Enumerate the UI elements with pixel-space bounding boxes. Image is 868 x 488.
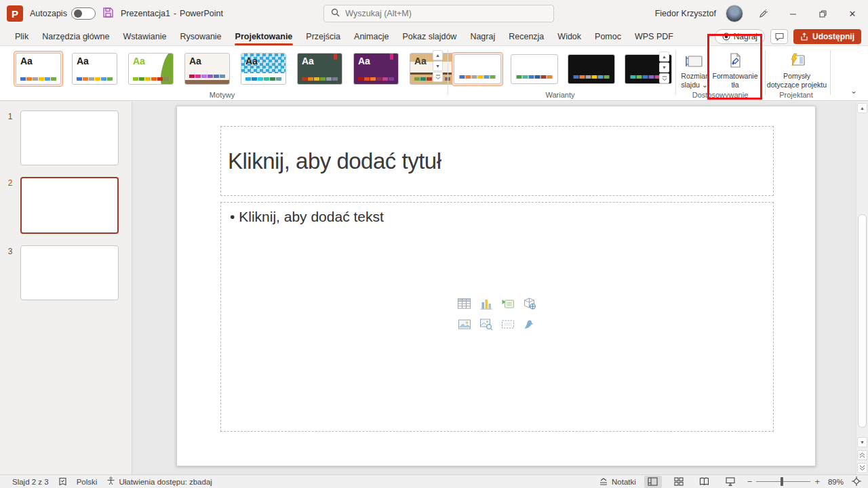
tab-plik[interactable]: Plik <box>8 27 35 45</box>
scrollbar-thumb[interactable] <box>858 214 867 428</box>
theme-thumbnail-1[interactable]: Aa <box>14 51 63 87</box>
slide-thumbnail-image[interactable] <box>20 177 119 234</box>
variants-scroll-down-icon[interactable]: ▼ <box>659 62 669 73</box>
search-input[interactable] <box>345 9 547 18</box>
accessibility-status[interactable]: Ułatwienia dostępu: zbadaj <box>106 476 212 487</box>
insert-chart-icon[interactable] <box>479 298 494 310</box>
themes-gallery-scroll: ▲ ▼ <box>433 50 443 82</box>
slide-number: 2 <box>0 177 20 234</box>
language-indicator[interactable]: Polski <box>77 478 98 486</box>
restore-button[interactable] <box>812 5 833 22</box>
slide-thumbnail-panel: 123 <box>0 102 132 474</box>
tab-recenzja[interactable]: Recenzja <box>502 27 551 45</box>
zoom-out-icon[interactable]: − <box>747 476 753 487</box>
spellcheck-icon[interactable] <box>58 477 67 486</box>
save-icon[interactable] <box>102 7 114 21</box>
slide-size-button[interactable]: Rozmiar slajdu ⌄ <box>678 49 711 89</box>
normal-view-button[interactable] <box>644 476 662 488</box>
tab-rysowanie[interactable]: Rysowanie <box>173 27 228 45</box>
vertical-scrollbar[interactable]: ▲ ▼ <box>856 102 868 474</box>
insert-3d-model-icon[interactable] <box>523 298 537 310</box>
avatar[interactable] <box>726 5 743 22</box>
tab-widok[interactable]: Widok <box>551 27 588 45</box>
slide-size-icon <box>685 49 704 70</box>
record-button[interactable]: Nagraj <box>715 29 765 44</box>
tab-projektowanie[interactable]: Projektowanie <box>229 27 300 45</box>
previous-slide-icon[interactable] <box>857 450 867 460</box>
fit-to-window-icon[interactable] <box>852 476 861 487</box>
search-box[interactable] <box>323 5 554 22</box>
accessibility-icon <box>106 476 115 487</box>
variants-scroll-up-icon[interactable]: ▲ <box>659 52 669 62</box>
zoom-slider-thumb[interactable] <box>781 477 783 486</box>
format-background-icon <box>726 49 744 70</box>
slide-sorter-view-button[interactable] <box>670 476 688 488</box>
scroll-up-icon[interactable]: ▲ <box>857 103 867 113</box>
slideshow-view-button[interactable] <box>722 476 739 488</box>
ribbon-tab-row: PlikNarzędzia główneWstawianieRysowanieP… <box>0 27 868 45</box>
close-button[interactable]: ✕ <box>842 5 863 22</box>
tab-wps-pdf[interactable]: WPS PDF <box>628 27 680 45</box>
collapse-ribbon-icon[interactable]: ⌄ <box>848 85 860 96</box>
minimize-button[interactable] <box>783 5 803 22</box>
insert-picture-icon[interactable] <box>458 318 472 331</box>
powerpoint-logo-icon[interactable]: P <box>7 5 23 22</box>
scroll-down-icon[interactable]: ▼ <box>857 437 867 447</box>
zoom-in-icon[interactable]: + <box>814 476 820 487</box>
title-placeholder[interactable]: Kliknij, aby dodać tytuł <box>220 126 774 196</box>
variant-thumbnail-1[interactable] <box>452 52 503 86</box>
themes-gallery: AaAaAaAaAaAaAaAa <box>14 51 457 87</box>
themes-scroll-up-icon[interactable]: ▲ <box>433 50 443 60</box>
document-title: Prezentacja1 - PowerPoint <box>121 9 223 18</box>
slide-thumbnail-image[interactable] <box>20 110 119 165</box>
variants-group-label: Warianty <box>452 91 669 99</box>
tab-pokaz-slajd-w[interactable]: Pokaz slajdów <box>395 27 463 45</box>
insert-table-icon[interactable] <box>458 298 472 310</box>
insert-icons-icon[interactable] <box>523 318 537 331</box>
themes-more-icon[interactable] <box>433 72 443 82</box>
variants-more-icon[interactable] <box>659 73 669 83</box>
slide-number: 1 <box>0 110 20 165</box>
slide-thumbnail-image[interactable] <box>20 245 119 300</box>
tab-nagraj[interactable]: Nagraj <box>463 27 502 45</box>
tab-animacje[interactable]: Animacje <box>347 27 395 45</box>
insert-online-picture-icon[interactable] <box>479 318 494 331</box>
theme-thumbnail-4[interactable]: Aa <box>182 51 232 87</box>
slide-workspace: Kliknij, aby dodać tytuł • Kliknij, aby … <box>133 102 856 474</box>
variant-thumbnail-3[interactable] <box>566 52 617 86</box>
slide-thumbnail-1[interactable]: 1 <box>0 110 132 165</box>
design-ideas-button[interactable]: Pomysły dotyczące projektu <box>766 49 827 89</box>
zoom-level[interactable]: 89% <box>828 478 844 486</box>
autosave-toggle[interactable] <box>71 7 96 20</box>
tab-pomoc[interactable]: Pomoc <box>588 27 628 45</box>
notes-toggle[interactable]: Notatki <box>599 478 636 486</box>
insert-video-icon[interactable] <box>501 318 515 331</box>
theme-thumbnail-2[interactable]: Aa <box>70 51 119 87</box>
tab-przej-cia[interactable]: Przejścia <box>299 27 347 45</box>
user-name[interactable]: Fiedor Krzysztof <box>655 9 716 18</box>
dropdown-caret-icon: ⌄ <box>702 81 708 89</box>
themes-group-label: Motywy <box>0 91 444 99</box>
ink-pen-icon[interactable] <box>753 5 773 22</box>
themes-scroll-down-icon[interactable]: ▼ <box>433 61 443 71</box>
reading-view-button[interactable] <box>696 476 713 488</box>
tab-wstawianie[interactable]: Wstawianie <box>117 27 174 45</box>
zoom-control: − + <box>747 476 820 487</box>
theme-thumbnail-5[interactable]: Aa <box>239 51 288 87</box>
share-button[interactable]: Udostępnij <box>793 29 861 44</box>
insert-smartart-icon[interactable] <box>501 298 515 310</box>
slide-indicator[interactable]: Slajd 2 z 3 <box>12 478 49 486</box>
theme-thumbnail-3[interactable]: Aa <box>126 51 176 87</box>
content-placeholder[interactable]: • Kliknij, aby dodać tekst <box>220 202 774 432</box>
comments-button[interactable] <box>770 29 788 44</box>
format-background-button[interactable]: Formatowanie tła <box>709 49 761 89</box>
next-slide-icon[interactable] <box>857 463 867 473</box>
slide-canvas[interactable]: Kliknij, aby dodać tytuł • Kliknij, aby … <box>176 106 816 466</box>
slide-thumbnail-3[interactable]: 3 <box>0 245 132 300</box>
zoom-slider[interactable] <box>756 481 810 482</box>
variant-thumbnail-2[interactable] <box>509 52 560 86</box>
theme-thumbnail-6[interactable]: Aa <box>295 51 344 87</box>
slide-thumbnail-2[interactable]: 2 <box>0 177 132 234</box>
theme-thumbnail-7[interactable]: Aa <box>351 51 401 87</box>
tab-narz-dzia-g-wne[interactable]: Narzędzia główne <box>35 27 116 45</box>
